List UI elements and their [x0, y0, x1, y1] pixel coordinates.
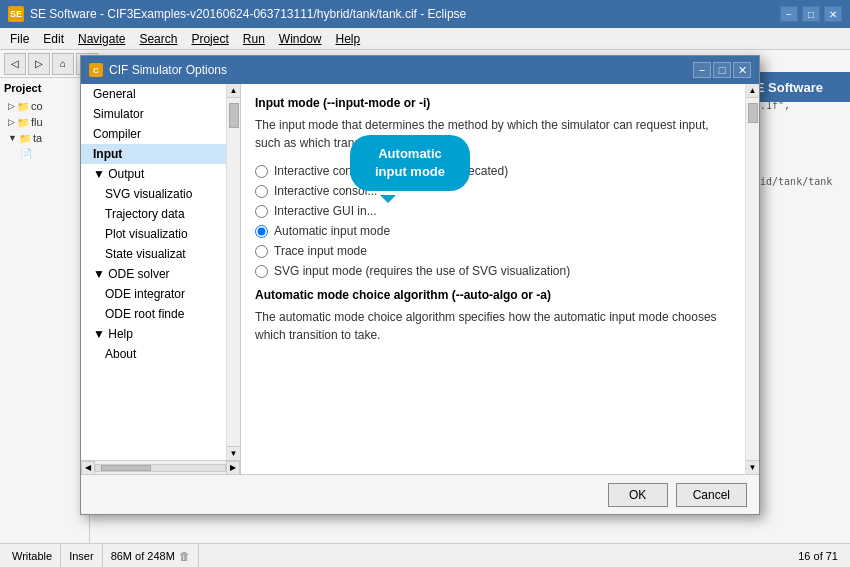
content-scroll-thumb[interactable]	[748, 103, 758, 123]
memory-icon: 🗑	[179, 550, 190, 562]
radio-label-trace-input[interactable]: Trace input mode	[274, 244, 367, 258]
nav-item-ode-integrator[interactable]: ODE integrator	[81, 284, 226, 304]
eclipse-maximize-btn[interactable]: □	[802, 6, 820, 22]
nav-item-plot-vis[interactable]: Plot visualizatio	[81, 224, 226, 244]
input-mode-description: The input mode that determines the metho…	[255, 116, 731, 152]
menu-edit[interactable]: Edit	[37, 30, 70, 48]
radio-btn-interactive-console-deprecated[interactable]	[255, 165, 268, 178]
auto-algo-description: The automatic mode choice algorithm spec…	[255, 308, 731, 344]
dialog-minimize-btn[interactable]: −	[693, 62, 711, 78]
nav-item-simulator[interactable]: Simulator	[81, 104, 226, 124]
eclipse-statusbar: Writable Inser 86M of 248M 🗑 16 of 71	[0, 543, 850, 567]
status-insert: Inser	[61, 544, 102, 567]
radio-interactive-console: Interactive consol...	[255, 184, 731, 198]
radio-btn-automatic-input[interactable]	[255, 225, 268, 238]
folder-icon-co: 📁	[17, 101, 29, 112]
radio-interactive-gui: Interactive GUI in...	[255, 204, 731, 218]
tree-arrow-co: ▷	[8, 101, 15, 111]
nav-item-trajectory[interactable]: Trajectory data	[81, 204, 226, 224]
nav-item-svg-vis[interactable]: SVG visualizatio	[81, 184, 226, 204]
menu-file[interactable]: File	[4, 30, 35, 48]
project-item-co[interactable]: ▷ 📁 co	[4, 98, 85, 114]
project-item-ta[interactable]: ▼ 📁 ta	[4, 130, 85, 146]
content-scroll-area: Input mode (--input-mode or -i) The inpu…	[241, 84, 759, 474]
status-memory: 86M of 248M 🗑	[103, 544, 199, 567]
cancel-button[interactable]: Cancel	[676, 483, 747, 507]
auto-algo-section-title: Automatic mode choice algorithm (--auto-…	[255, 288, 731, 302]
nav-scroll-thumb[interactable]	[229, 103, 239, 128]
dialog-close-btn[interactable]: ✕	[733, 62, 751, 78]
nav-items-list: General Simulator Compiler Input ▼ Outpu…	[81, 84, 226, 460]
ok-button[interactable]: OK	[608, 483, 668, 507]
menu-help[interactable]: Help	[330, 30, 367, 48]
dialog-win-controls: − □ ✕	[693, 62, 751, 78]
eclipse-win-controls: − □ ✕	[780, 6, 842, 22]
eclipse-title-icon: SE	[8, 6, 24, 22]
nav-hscroll-right-btn[interactable]: ▶	[226, 461, 240, 475]
nav-item-about[interactable]: About	[81, 344, 226, 364]
eclipse-title-text: SE Software - CIF3Examples-v20160624-063…	[30, 7, 780, 21]
tooltip-callout: Automatic input mode	[350, 135, 470, 191]
radio-btn-interactive-gui[interactable]	[255, 205, 268, 218]
radio-label-svg-input[interactable]: SVG input mode (requires the use of SVG …	[274, 264, 570, 278]
dialog-content-area: Input mode (--input-mode or -i) The inpu…	[241, 84, 759, 474]
folder-icon-ta: 📁	[19, 133, 31, 144]
tree-arrow-flu: ▷	[8, 117, 15, 127]
file-icon: 📄	[20, 148, 32, 159]
eclipse-titlebar: SE SE Software - CIF3Examples-v20160624-…	[0, 0, 850, 28]
dialog-restore-btn[interactable]: □	[713, 62, 731, 78]
eclipse-close-btn[interactable]: ✕	[824, 6, 842, 22]
nav-scroll-up-btn[interactable]: ▲	[227, 84, 240, 98]
radio-automatic-input: Automatic input mode	[255, 224, 731, 238]
project-item-file[interactable]: 📄	[4, 146, 85, 161]
toolbar-back-btn[interactable]: ◁	[4, 53, 26, 75]
nav-hscroll-track	[95, 464, 226, 472]
dialog-title-icon: C	[89, 63, 103, 77]
menu-search[interactable]: Search	[133, 30, 183, 48]
menu-project[interactable]: Project	[185, 30, 234, 48]
content-scroll-down-btn[interactable]: ▼	[746, 460, 759, 474]
radio-label-interactive-gui[interactable]: Interactive GUI in...	[274, 204, 377, 218]
dialog-nav-tree: General Simulator Compiler Input ▼ Outpu…	[81, 84, 240, 460]
radio-interactive-console-deprecated: Interactive console input mode (deprecat…	[255, 164, 731, 178]
project-item-flu[interactable]: ▷ 📁 flu	[4, 114, 85, 130]
content-scroll-track	[746, 98, 759, 460]
nav-item-general[interactable]: General	[81, 84, 226, 104]
nav-scroll-down-btn[interactable]: ▼	[227, 446, 240, 460]
nav-item-help[interactable]: ▼ Help	[81, 324, 226, 344]
dialog-cif-simulator-options: C CIF Simulator Options − □ ✕ General Si…	[80, 55, 760, 515]
dialog-titlebar: C CIF Simulator Options − □ ✕	[81, 56, 759, 84]
menu-navigate[interactable]: Navigate	[72, 30, 131, 48]
nav-item-output[interactable]: ▼ Output	[81, 164, 226, 184]
dialog-footer: OK Cancel	[81, 474, 759, 514]
eclipse-menubar: File Edit Navigate Search Project Run Wi…	[0, 28, 850, 50]
status-position: 16 of 71	[790, 544, 846, 567]
toolbar-home-btn[interactable]: ⌂	[52, 53, 74, 75]
radio-btn-trace-input[interactable]	[255, 245, 268, 258]
nav-vscroll: ▲ ▼	[226, 84, 240, 460]
eclipse-project-panel: Project ▷ 📁 co ▷ 📁 flu ▼ 📁 ta 📄	[0, 78, 90, 543]
eclipse-minimize-btn[interactable]: −	[780, 6, 798, 22]
radio-label-automatic-input[interactable]: Automatic input mode	[274, 224, 390, 238]
input-mode-section-title: Input mode (--input-mode or -i)	[255, 96, 731, 110]
radio-btn-svg-input[interactable]	[255, 265, 268, 278]
folder-icon-flu: 📁	[17, 117, 29, 128]
nav-item-ode-solver[interactable]: ▼ ODE solver	[81, 264, 226, 284]
nav-item-input[interactable]: Input	[81, 144, 226, 164]
nav-scroll-track	[227, 98, 240, 446]
menu-window[interactable]: Window	[273, 30, 328, 48]
nav-hscroll-bar: ◀ ▶	[81, 460, 240, 474]
nav-item-state-vis[interactable]: State visualizat	[81, 244, 226, 264]
callout-bubble-text: Automatic input mode	[350, 135, 470, 191]
nav-hscroll-left-btn[interactable]: ◀	[81, 461, 95, 475]
menu-run[interactable]: Run	[237, 30, 271, 48]
project-panel-title: Project	[4, 82, 85, 94]
nav-hscroll-thumb[interactable]	[101, 465, 151, 471]
toolbar-forward-btn[interactable]: ▷	[28, 53, 50, 75]
radio-btn-interactive-console[interactable]	[255, 185, 268, 198]
dialog-title-text: CIF Simulator Options	[109, 63, 693, 77]
tree-arrow-ta: ▼	[8, 133, 17, 143]
nav-item-compiler[interactable]: Compiler	[81, 124, 226, 144]
nav-item-ode-root[interactable]: ODE root finde	[81, 304, 226, 324]
content-scroll-up-btn[interactable]: ▲	[746, 84, 759, 98]
